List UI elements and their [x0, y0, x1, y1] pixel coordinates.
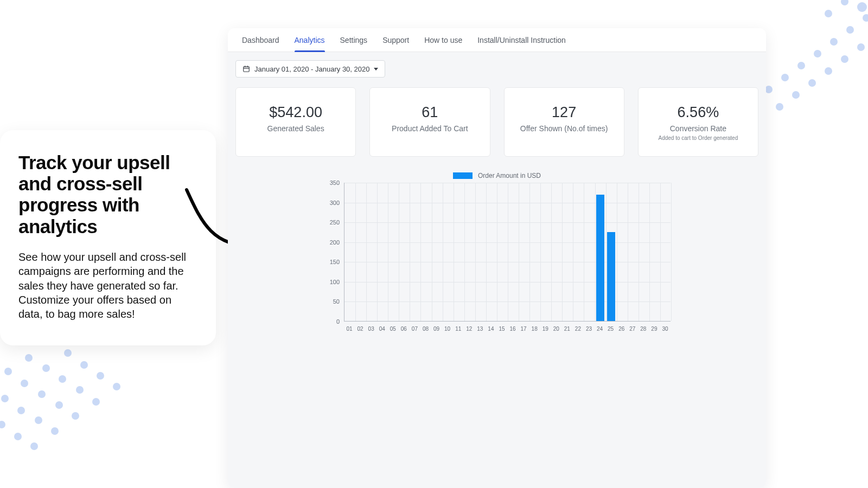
x-tick-label: 19 — [542, 326, 548, 332]
x-tick-label: 07 — [412, 326, 418, 332]
date-range-picker[interactable]: January 01, 2020 - January 30, 2020 — [235, 60, 385, 78]
stat-card: $542.00Generated Sales — [235, 87, 356, 157]
stat-label: Generated Sales — [241, 124, 350, 133]
x-tick-label: 04 — [379, 326, 385, 332]
stat-label: Product Added To Cart — [375, 124, 484, 133]
y-tick-label: 250 — [330, 219, 340, 226]
stat-card: 6.56%Conversion RateAdded to cart to Ord… — [638, 87, 758, 157]
x-tick-label: 28 — [640, 326, 646, 332]
tab-how-to-use[interactable]: How to use — [417, 28, 470, 52]
svg-rect-0 — [244, 67, 250, 72]
x-tick-label: 02 — [358, 326, 363, 332]
app-panel: DashboardAnalyticsSettingsSupportHow to … — [228, 28, 766, 488]
stat-label: Conversion Rate — [644, 124, 752, 133]
callout-title: Track your upsell and cross-sell progres… — [18, 152, 197, 237]
x-tick-label: 17 — [521, 326, 527, 332]
marketing-callout: Track your upsell and cross-sell progres… — [0, 130, 216, 345]
legend-label: Order Amount in USD — [478, 172, 541, 179]
stat-card: 61Product Added To Cart — [369, 87, 490, 157]
x-tick-label: 08 — [423, 326, 429, 332]
x-tick-label: 18 — [532, 326, 538, 332]
x-tick-label: 15 — [499, 326, 505, 332]
tab-bar: DashboardAnalyticsSettingsSupportHow to … — [228, 28, 766, 52]
x-tick-label: 25 — [608, 326, 614, 332]
x-tick-label: 16 — [509, 326, 515, 332]
tab-install-uninstall-instruction[interactable]: Install/Uninstall Instruction — [470, 28, 573, 52]
y-tick-label: 350 — [330, 179, 340, 186]
x-tick-label: 12 — [466, 326, 472, 332]
x-tick-label: 01 — [346, 326, 352, 332]
x-tick-label: 29 — [651, 326, 657, 332]
stat-value: 127 — [510, 104, 618, 121]
x-tick-label: 13 — [477, 326, 483, 332]
plot-area — [344, 183, 671, 322]
y-axis-labels: 050100150200250300350 — [323, 183, 342, 322]
bar — [596, 195, 605, 321]
x-tick-label: 11 — [455, 326, 461, 332]
y-tick-label: 50 — [333, 298, 340, 305]
stat-card: 127Offer Shown (No.of times) — [504, 87, 624, 157]
stat-sublabel: Added to cart to Order generated — [644, 135, 752, 141]
x-tick-label: 14 — [488, 326, 494, 332]
x-tick-label: 24 — [597, 326, 603, 332]
decorative-dots-bottom-left — [0, 336, 157, 466]
date-range-label: January 01, 2020 - January 30, 2020 — [254, 65, 369, 73]
x-tick-label: 03 — [368, 326, 374, 332]
y-tick-label: 150 — [330, 259, 340, 265]
stat-value: 6.56% — [644, 104, 752, 121]
y-tick-label: 200 — [330, 239, 340, 246]
y-tick-label: 300 — [330, 200, 340, 206]
bar — [607, 232, 616, 321]
x-tick-label: 21 — [564, 326, 570, 332]
app-body: January 01, 2020 - January 30, 2020 $542… — [228, 52, 766, 488]
tab-settings[interactable]: Settings — [333, 28, 375, 52]
x-tick-label: 22 — [575, 326, 581, 332]
x-tick-label: 06 — [401, 326, 407, 332]
x-tick-label: 10 — [444, 326, 450, 332]
x-tick-label: 20 — [553, 326, 559, 332]
calendar-icon — [242, 65, 250, 73]
callout-body: See how your upsell and cross-sell campa… — [18, 250, 197, 322]
legend-swatch — [453, 172, 473, 179]
x-tick-label: 27 — [629, 326, 635, 332]
stats-row: $542.00Generated Sales61Product Added To… — [235, 87, 758, 157]
stat-value: 61 — [375, 104, 484, 121]
x-tick-label: 23 — [586, 326, 592, 332]
tab-support[interactable]: Support — [375, 28, 417, 52]
y-tick-label: 0 — [336, 318, 340, 325]
chart-container: Order Amount in USD 05010015020025030035… — [235, 172, 758, 335]
caret-down-icon — [374, 68, 378, 70]
tab-dashboard[interactable]: Dashboard — [234, 28, 287, 52]
x-tick-label: 05 — [390, 326, 396, 332]
stat-label: Offer Shown (No.of times) — [510, 124, 618, 133]
bar-chart: 050100150200250300350 010203040506070809… — [323, 183, 671, 335]
stat-value: $542.00 — [241, 104, 350, 121]
x-tick-label: 26 — [618, 326, 624, 332]
x-tick-label: 30 — [662, 326, 668, 332]
chart-legend: Order Amount in USD — [453, 172, 541, 179]
y-tick-label: 100 — [330, 279, 340, 285]
tab-analytics[interactable]: Analytics — [287, 28, 333, 52]
x-tick-label: 09 — [433, 326, 439, 332]
x-axis-labels: 0102030405060708091011121314151617181920… — [344, 324, 671, 335]
